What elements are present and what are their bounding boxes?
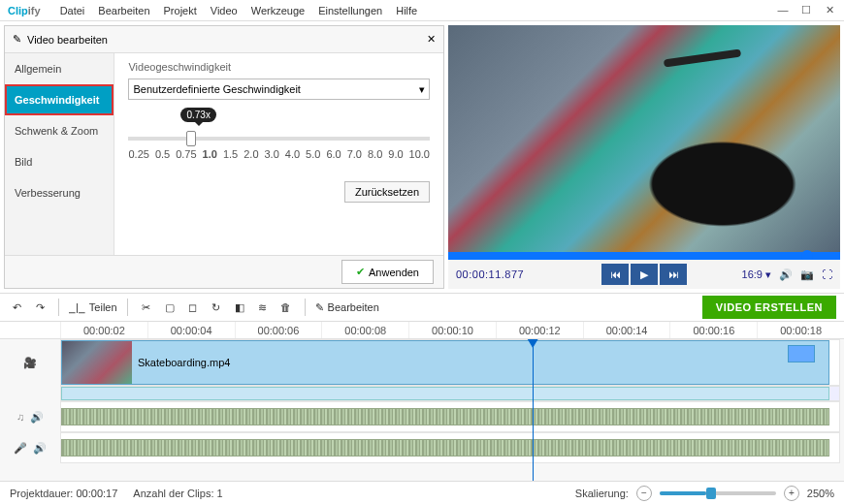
menu-edit[interactable]: Bearbeiten bbox=[98, 5, 149, 16]
music-icon: ♫ bbox=[16, 411, 24, 423]
playhead[interactable] bbox=[533, 339, 534, 481]
transport-controls: ⏮ ▶ ⏭ bbox=[601, 264, 687, 285]
camera-icon: 🎥 bbox=[23, 357, 37, 369]
clip-count: Anzahl der Clips: 1 bbox=[133, 488, 222, 499]
close-icon[interactable]: ✕ bbox=[823, 4, 836, 16]
stabilize-button[interactable]: ≋ bbox=[254, 299, 272, 316]
menu-help[interactable]: Hilfe bbox=[396, 5, 417, 16]
menu-tools[interactable]: Werkzeuge bbox=[251, 5, 305, 16]
speed-section-label: Videogeschwindigkeit bbox=[128, 61, 430, 73]
video-canvas[interactable] bbox=[448, 25, 840, 252]
tab-pan-zoom[interactable]: Schwenk & Zoom bbox=[5, 115, 114, 146]
menubar: Datei Bearbeiten Projekt Video Werkzeuge… bbox=[60, 5, 418, 16]
frame-button[interactable]: ◻ bbox=[184, 299, 202, 316]
split-button[interactable]: ⎯|⎯Teilen bbox=[69, 301, 117, 313]
cut-button[interactable]: ✂ bbox=[138, 299, 155, 316]
menu-file[interactable]: Datei bbox=[60, 5, 85, 16]
edit-icon: ✎ bbox=[13, 33, 21, 46]
volume-icon[interactable]: 🔊 bbox=[779, 268, 793, 281]
speed-dropdown[interactable]: Benutzerdefinierte Geschwindigkeit ▾ bbox=[128, 79, 430, 100]
crop-button[interactable]: ▢ bbox=[161, 299, 179, 316]
speed-tooltip: 0.73x bbox=[180, 108, 215, 122]
statusbar: Projektdauer: 00:00:17 Anzahl der Clips:… bbox=[0, 481, 844, 504]
audio2-body[interactable] bbox=[60, 432, 840, 463]
reset-button[interactable]: Zurücksetzen bbox=[344, 181, 430, 203]
app-logo: Clipify bbox=[8, 5, 41, 16]
audio1-head: ♫ 🔊 bbox=[0, 411, 60, 424]
audio1-body[interactable] bbox=[60, 401, 840, 432]
undo-button[interactable]: ↶ bbox=[8, 299, 25, 316]
timeline: 00:00:02 00:00:04 00:00:06 00:00:08 00:0… bbox=[0, 322, 844, 481]
edit-panel-title: Video bearbeiten bbox=[27, 34, 108, 46]
edit-panel: ✎ Video bearbeiten ✕ Allgemein Geschwind… bbox=[4, 25, 444, 289]
panel-close-icon[interactable]: ✕ bbox=[427, 33, 436, 46]
tab-speed[interactable]: Geschwindigkeit bbox=[5, 84, 114, 115]
zoom-value: 250% bbox=[807, 488, 834, 499]
prev-button[interactable]: ⏮ bbox=[601, 264, 629, 285]
audio-track-2: 🎤 🔊 bbox=[0, 432, 844, 463]
spacer-track bbox=[0, 386, 844, 401]
video-seek-bar[interactable] bbox=[448, 252, 840, 260]
edit-panel-footer: ✔ Anwenden bbox=[5, 255, 443, 288]
video-clip[interactable]: Skateboarding.mp4 bbox=[61, 340, 829, 385]
create-video-button[interactable]: VIDEO ERSTELLEN bbox=[702, 296, 836, 319]
play-button[interactable]: ▶ bbox=[631, 264, 658, 285]
zoom-label: Skalierung: bbox=[575, 488, 629, 499]
speed-indicator[interactable] bbox=[788, 345, 815, 362]
check-icon: ✔ bbox=[356, 266, 365, 278]
pencil-icon: ✎ bbox=[315, 301, 324, 314]
speed-dropdown-value: Benutzerdefinierte Geschwindigkeit bbox=[133, 83, 300, 95]
minimize-icon[interactable]: — bbox=[776, 4, 790, 16]
tab-general[interactable]: Allgemein bbox=[5, 53, 114, 84]
aspect-ratio[interactable]: 16:9 ▾ bbox=[742, 268, 771, 281]
split-icon: ⎯|⎯ bbox=[69, 301, 85, 313]
delete-button[interactable]: 🗑 bbox=[277, 299, 295, 316]
edit-button[interactable]: ✎Bearbeiten bbox=[315, 301, 379, 314]
audio2-head: 🎤 🔊 bbox=[0, 442, 60, 455]
speed-slider[interactable]: 0.73x 0.25 0.5 0.75 1.0 1.5 2.0 3.0 4.0 … bbox=[128, 129, 430, 177]
next-button[interactable]: ⏭ bbox=[660, 264, 687, 285]
toolbar: ↶ ↷ ⎯|⎯Teilen ✂ ▢ ◻ ↻ ◧ ≋ 🗑 ✎Bearbeiten … bbox=[0, 293, 844, 322]
redo-button[interactable]: ↷ bbox=[31, 299, 49, 316]
edit-panel-header: ✎ Video bearbeiten ✕ bbox=[5, 26, 443, 53]
color-button[interactable]: ◧ bbox=[231, 299, 248, 316]
fullscreen-icon[interactable]: ⛶ bbox=[822, 268, 832, 280]
titlebar: Clipify Datei Bearbeiten Projekt Video W… bbox=[0, 0, 844, 21]
zoom-out-button[interactable]: − bbox=[636, 486, 652, 501]
video-track-head: 🎥 bbox=[0, 357, 60, 369]
tracks: 🎥 Skateboarding.mp4 ♫ 🔊 🎤 bbox=[0, 339, 844, 481]
timeline-ruler[interactable]: 00:00:02 00:00:04 00:00:06 00:00:08 00:0… bbox=[0, 322, 844, 339]
menu-settings[interactable]: Einstellungen bbox=[318, 5, 382, 16]
video-track-body[interactable]: Skateboarding.mp4 bbox=[60, 339, 840, 386]
menu-video[interactable]: Video bbox=[211, 5, 238, 16]
speaker-icon[interactable]: 🔊 bbox=[30, 411, 44, 424]
chevron-down-icon: ▾ bbox=[419, 83, 425, 96]
audio-track-1: ♫ 🔊 bbox=[0, 401, 844, 432]
clip-name: Skateboarding.mp4 bbox=[138, 357, 230, 368]
edit-panel-tabs: Allgemein Geschwindigkeit Schwenk & Zoom… bbox=[5, 53, 114, 255]
window-controls: — ☐ ✕ bbox=[776, 4, 836, 16]
waveform bbox=[61, 408, 829, 425]
project-duration: Projektdauer: 00:00:17 bbox=[10, 488, 117, 499]
speaker-icon[interactable]: 🔊 bbox=[33, 442, 47, 455]
tab-enhance[interactable]: Verbesserung bbox=[5, 177, 114, 208]
slider-thumb[interactable] bbox=[186, 131, 196, 146]
tab-image[interactable]: Bild bbox=[5, 146, 114, 177]
maximize-icon[interactable]: ☐ bbox=[799, 4, 813, 16]
clip-thumbnail bbox=[62, 341, 132, 384]
mic-icon: 🎤 bbox=[14, 442, 27, 455]
slider-track bbox=[128, 137, 430, 141]
zoom-slider[interactable] bbox=[660, 491, 776, 495]
apply-button[interactable]: ✔ Anwenden bbox=[341, 260, 434, 284]
snapshot-icon[interactable]: 📷 bbox=[800, 268, 814, 281]
slider-ticks: 0.25 0.5 0.75 1.0 1.5 2.0 3.0 4.0 5.0 6.… bbox=[128, 148, 430, 160]
zoom-in-button[interactable]: + bbox=[784, 486, 799, 501]
rotate-button[interactable]: ↻ bbox=[208, 299, 225, 316]
menu-project[interactable]: Projekt bbox=[164, 5, 197, 16]
preview-pane: 00:00:11.877 ⏮ ▶ ⏭ 16:9 ▾ 🔊 📷 ⛶ bbox=[448, 25, 840, 289]
timecode: 00:00:11.877 bbox=[456, 268, 524, 280]
ruler-ticks: 00:00:02 00:00:04 00:00:06 00:00:08 00:0… bbox=[60, 322, 844, 338]
video-track: 🎥 Skateboarding.mp4 bbox=[0, 339, 844, 386]
edit-panel-content: Videogeschwindigkeit Benutzerdefinierte … bbox=[114, 53, 443, 255]
waveform bbox=[61, 439, 829, 457]
